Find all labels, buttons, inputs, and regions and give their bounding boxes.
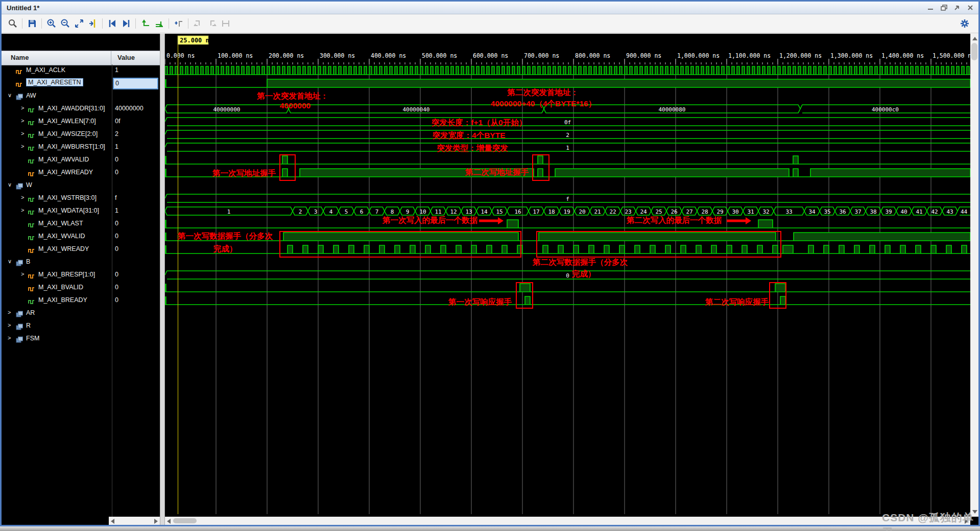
signal-icon xyxy=(28,208,35,217)
bus-value-label: 0f xyxy=(564,119,571,126)
chevron-down-icon[interactable]: ∨ xyxy=(8,258,12,265)
tree-signal-M_AXI_AWVALID[interactable]: M_AXI_AWVALID0 xyxy=(2,154,160,167)
chevron-down-icon[interactable]: ∨ xyxy=(8,181,12,188)
bus-value-label: 40 xyxy=(900,209,907,215)
minimize-button[interactable] xyxy=(926,4,935,11)
chevron-right-icon[interactable]: > xyxy=(21,207,24,213)
panel-splitter[interactable] xyxy=(160,34,165,525)
tree-group-W[interactable]: ∨W xyxy=(2,179,160,192)
tree-group-FSM[interactable]: >FSM xyxy=(2,333,160,345)
chevron-right-icon[interactable]: > xyxy=(21,194,24,200)
bus-value-label: 27 xyxy=(686,209,692,215)
zoom-in-icon xyxy=(46,18,57,29)
bus-value-label: 41 xyxy=(916,209,922,215)
measure-button[interactable] xyxy=(219,17,232,31)
previous-transition-button[interactable] xyxy=(105,17,119,31)
tree-signal-M_AXI_BVALID[interactable]: M_AXI_BVALID0 xyxy=(2,282,160,294)
scroll-up-icon[interactable] xyxy=(972,37,977,40)
add-transition-button[interactable] xyxy=(172,17,185,31)
measure-icon xyxy=(221,18,231,29)
swap-cursors-button[interactable] xyxy=(138,17,152,31)
waveform-vscrollbar[interactable] xyxy=(970,34,978,517)
signal-icon xyxy=(16,80,22,89)
settings-button[interactable] xyxy=(958,17,971,31)
tree-group-R[interactable]: >R xyxy=(2,320,160,333)
tree-signal-M_AXI_AWLEN[7:0][interactable]: >M_AXI_AWLEN[7:0]0f xyxy=(2,116,160,128)
tree-signal-M_AXI_AWSIZE[2:0][interactable]: >M_AXI_AWSIZE[2:0]2 xyxy=(2,128,160,141)
chevron-right-icon[interactable]: > xyxy=(21,271,24,277)
tree-signal-M_AXI_AWBURST[1:0][interactable]: >M_AXI_AWBURST[1:0]1 xyxy=(2,141,160,154)
tree-signal-M_AXI_WREADY[interactable]: M_AXI_WREADY0 xyxy=(2,243,160,256)
signal-value: 1 xyxy=(115,207,118,214)
zoom-to-cursor-button[interactable] xyxy=(86,17,100,31)
ruler-tick-label: 600.000 ns xyxy=(473,52,508,59)
signal-value: f xyxy=(115,194,116,201)
tree-signal-M_AXI_WSTRB[3:0][interactable]: >M_AXI_WSTRB[3:0]f xyxy=(2,192,160,205)
scroll-left-icon[interactable] xyxy=(111,519,114,524)
chevron-right-icon[interactable]: > xyxy=(8,322,11,328)
signal-value: 0 xyxy=(115,271,118,278)
tree-group-AR[interactable]: >AR xyxy=(2,307,160,320)
tree-signal-M_AXI_WVALID[interactable]: M_AXI_WVALID0 xyxy=(2,230,160,243)
chevron-right-icon[interactable]: > xyxy=(21,143,24,149)
waveform-canvas[interactable]: 0.000 ns100.000 ns200.000 ns300.000 ns40… xyxy=(165,34,970,517)
tree-signal-M_AXI_ACLK[interactable]: M_AXI_ACLK1 xyxy=(2,64,160,77)
add-marker-button[interactable] xyxy=(152,17,166,31)
restore-button[interactable] xyxy=(940,4,948,11)
tree-signal-M_AXI_AWADDR[31:0][interactable]: >M_AXI_AWADDR[31:0]40000000 xyxy=(2,103,160,116)
vscroll-thumb[interactable] xyxy=(971,43,977,60)
group-icon xyxy=(16,310,23,319)
waveform-hscrollbar[interactable] xyxy=(165,517,970,525)
bus-value-label: 6 xyxy=(360,209,364,215)
bus-value-label: 7 xyxy=(375,209,379,215)
tree-signal-M_AXI_AWREADY[interactable]: M_AXI_AWREADY0 xyxy=(2,167,160,179)
zoom-out-button[interactable] xyxy=(58,17,72,31)
save-button[interactable] xyxy=(25,17,39,31)
ruler-tick-label: 1,000.000 ns xyxy=(677,52,720,59)
close-button[interactable] xyxy=(966,4,974,11)
chevron-right-icon[interactable]: > xyxy=(8,335,11,341)
tree-signal-M_AXI_BREADY[interactable]: M_AXI_BREADY0 xyxy=(2,294,160,307)
chevron-down-icon[interactable]: ∨ xyxy=(8,92,12,99)
window-bottom-edge xyxy=(0,525,980,531)
tree-signal-M_AXI_WDATA[31:0][interactable]: >M_AXI_WDATA[31:0]1 xyxy=(2,205,160,218)
tree-group-B[interactable]: ∨B xyxy=(2,256,160,269)
annotation-text: 完成） xyxy=(572,269,596,278)
annotation-text: 第二次写入的最后一个数据 xyxy=(626,216,722,224)
toolbar-separator xyxy=(188,18,188,29)
bus-value-label: 19 xyxy=(563,209,570,215)
tree-signal-M_AXI_BRESP[1:0][interactable]: >M_AXI_BRESP[1:0]0 xyxy=(2,269,160,282)
next-transition-button[interactable] xyxy=(119,17,133,31)
selected-value-cell[interactable]: 0 xyxy=(113,78,158,89)
annotation-text: 4000000+40（4个BYTE*16） xyxy=(491,99,596,108)
go-previous-edge-button[interactable] xyxy=(191,17,205,31)
chevron-right-icon[interactable]: > xyxy=(21,105,24,111)
go-next-edge-button[interactable] xyxy=(205,17,219,31)
zoom-in-button[interactable] xyxy=(44,17,58,31)
bus-value-label: 29 xyxy=(716,209,723,215)
chevron-right-icon[interactable]: > xyxy=(21,130,24,136)
hscroll-thumb[interactable] xyxy=(173,518,197,523)
scroll-right-icon[interactable] xyxy=(154,519,158,524)
bus-value-label: 18 xyxy=(548,209,555,215)
column-divider[interactable] xyxy=(111,51,111,65)
signal-icon xyxy=(28,106,35,115)
signal-value: 40000000 xyxy=(115,105,144,112)
zoom-fit-button[interactable] xyxy=(72,17,86,31)
tree-signal-M_AXI_WLAST[interactable]: M_AXI_WLAST0 xyxy=(2,218,160,230)
chevron-right-icon[interactable]: > xyxy=(21,118,24,124)
tree-group-AW[interactable]: ∨AW xyxy=(2,90,160,103)
bus-value-label: 25 xyxy=(655,209,662,215)
signal-panel-hscrollbar[interactable] xyxy=(109,517,160,525)
bus-value-label: 8 xyxy=(391,209,394,215)
tree-signal-M_AXI_ARESETN[interactable]: M_AXI_ARESETN0 xyxy=(2,77,160,90)
group-icon xyxy=(16,323,23,332)
toolbar-separator xyxy=(41,18,42,29)
zoom-out-icon xyxy=(60,18,70,29)
search-button[interactable] xyxy=(6,17,19,31)
group-icon xyxy=(16,93,23,102)
signal-icon xyxy=(28,195,35,204)
float-button[interactable] xyxy=(953,4,961,11)
scroll-left-icon[interactable] xyxy=(167,519,171,524)
chevron-right-icon[interactable]: > xyxy=(8,309,11,315)
